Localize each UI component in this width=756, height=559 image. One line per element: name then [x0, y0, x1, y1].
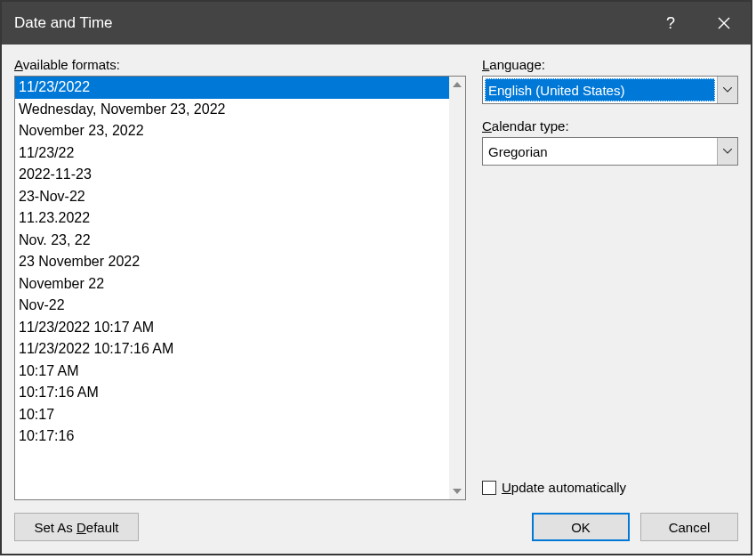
right-column: Language: English (United States) Calend…	[482, 57, 738, 500]
help-icon: ?	[666, 14, 675, 33]
help-button[interactable]: ?	[644, 2, 697, 45]
calendar-type-selected-value: Gregorian	[483, 138, 717, 165]
format-option[interactable]: 11/23/2022	[15, 77, 449, 99]
format-option[interactable]: 23 November 2022	[15, 251, 449, 273]
right-buttons: OK Cancel	[532, 513, 738, 541]
available-formats-listbox[interactable]: 11/23/2022Wednesday, November 23, 2022No…	[14, 76, 466, 500]
title-bar: Date and Time ?	[2, 2, 751, 45]
format-list-items: 11/23/2022Wednesday, November 23, 2022No…	[15, 77, 449, 499]
format-option[interactable]: 11/23/22	[15, 142, 449, 165]
scroll-down-icon[interactable]	[453, 487, 462, 496]
update-automatically-label: Update automatically	[502, 480, 626, 495]
calendar-type-dropdown-button[interactable]	[717, 138, 737, 165]
date-time-dialog: Date and Time ? Available formats: 11/23…	[0, 0, 752, 555]
button-row: Set As Default OK Cancel	[14, 513, 738, 541]
language-label: Language:	[482, 57, 738, 72]
format-option[interactable]: 11/23/2022 10:17 AM	[15, 317, 449, 339]
close-icon	[718, 17, 730, 29]
calendar-type-label: Calendar type:	[482, 118, 738, 134]
available-formats-label: Available formats:	[14, 57, 466, 72]
format-option[interactable]: Nov-22	[15, 295, 449, 317]
format-option[interactable]: 10:17 AM	[15, 361, 449, 383]
format-option[interactable]: 10:17:16	[15, 425, 449, 448]
ok-button[interactable]: OK	[532, 513, 630, 541]
set-as-default-button[interactable]: Set As Default	[14, 513, 139, 541]
update-automatically-checkbox[interactable]: Update automatically	[482, 480, 738, 495]
format-option[interactable]: Wednesday, November 23, 2022	[15, 99, 449, 121]
format-option[interactable]: 23-Nov-22	[15, 186, 449, 208]
scroll-up-icon[interactable]	[453, 80, 462, 89]
checkbox-box-icon	[482, 481, 496, 495]
format-option[interactable]: November 23, 2022	[15, 120, 449, 142]
left-column: Available formats: 11/23/2022Wednesday, …	[14, 57, 466, 500]
chevron-down-icon	[723, 87, 732, 93]
calendar-type-dropdown[interactable]: Gregorian	[482, 137, 738, 166]
format-option[interactable]: 10:17:16 AM	[15, 382, 449, 404]
list-scrollbar[interactable]	[449, 77, 465, 499]
dialog-body: Available formats: 11/23/2022Wednesday, …	[2, 45, 751, 554]
language-dropdown-button[interactable]	[717, 77, 737, 103]
window-title: Date and Time	[14, 14, 644, 32]
main-row: Available formats: 11/23/2022Wednesday, …	[14, 57, 738, 500]
cancel-button[interactable]: Cancel	[640, 513, 738, 541]
format-option[interactable]: 11/23/2022 10:17:16 AM	[15, 338, 449, 361]
format-option[interactable]: November 22	[15, 273, 449, 296]
format-option[interactable]: 11.23.2022	[15, 207, 449, 230]
format-option[interactable]: 2022-11-23	[15, 164, 449, 186]
close-button[interactable]	[697, 2, 751, 45]
language-dropdown[interactable]: English (United States)	[482, 76, 738, 104]
format-option[interactable]: 10:17	[15, 404, 449, 426]
format-option[interactable]: Nov. 23, 22	[15, 230, 449, 252]
language-selected-value: English (United States)	[485, 78, 715, 101]
chevron-down-icon	[723, 149, 732, 154]
